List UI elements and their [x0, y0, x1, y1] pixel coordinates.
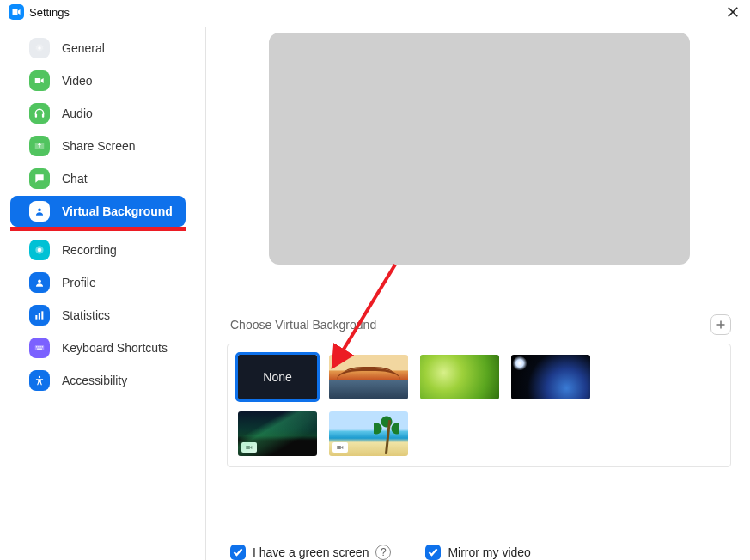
statistics-icon	[29, 305, 50, 326]
background-panel: None	[227, 344, 731, 467]
background-thumb-aurora[interactable]	[238, 411, 317, 456]
svg-rect-16	[42, 346, 43, 347]
add-background-button[interactable]	[710, 314, 731, 335]
svg-point-6	[38, 248, 42, 253]
sidebar-item-label: Recording	[62, 243, 117, 257]
svg-point-7	[38, 279, 41, 283]
svg-rect-10	[41, 311, 43, 319]
sidebar-item-accessibility[interactable]: Accessibility	[10, 365, 198, 396]
close-button[interactable]	[723, 2, 743, 22]
video-preview	[269, 33, 690, 265]
sidebar-item-label: General	[62, 41, 105, 55]
sidebar-item-virtual-background[interactable]: Virtual Background	[10, 196, 186, 227]
sidebar-item-label: Chat	[62, 172, 88, 186]
sidebar-item-statistics[interactable]: Statistics	[10, 300, 198, 331]
titlebar: Settings	[0, 0, 750, 24]
video-badge-icon	[332, 442, 348, 453]
section-title: Choose Virtual Background	[230, 318, 376, 332]
sidebar-item-label: Virtual Background	[62, 204, 173, 218]
keyboard-icon	[29, 338, 50, 358]
svg-rect-13	[38, 346, 39, 347]
sidebar-item-audio[interactable]: Audio	[10, 98, 198, 129]
sidebar-item-label: Profile	[62, 276, 96, 289]
thumb-none-label: None	[263, 370, 291, 384]
video-badge-icon	[241, 442, 257, 453]
svg-rect-17	[37, 349, 42, 350]
svg-rect-2	[42, 114, 44, 118]
virtual-background-icon	[29, 201, 50, 222]
checkbox-checked-icon	[230, 545, 246, 560]
help-icon[interactable]: ?	[375, 545, 391, 560]
svg-rect-9	[39, 313, 40, 320]
svg-rect-8	[35, 315, 37, 320]
sidebar-item-label: Statistics	[62, 308, 110, 322]
sidebar-item-share-screen[interactable]: Share Screen	[10, 131, 198, 161]
video-icon	[29, 70, 50, 91]
sidebar-item-label: Keyboard Shortcuts	[62, 341, 168, 355]
gear-icon	[29, 38, 50, 58]
accessibility-icon	[29, 370, 50, 391]
checkbox-checked-icon	[425, 545, 441, 560]
mirror-video-label: Mirror my video	[448, 545, 530, 559]
sidebar-item-chat[interactable]: Chat	[10, 163, 198, 194]
green-screen-checkbox[interactable]: I have a green screen ?	[230, 545, 391, 560]
annotation-underline	[10, 227, 186, 231]
sidebar-item-label: Video	[62, 74, 93, 88]
share-screen-icon	[29, 136, 50, 156]
sidebar-item-label: Audio	[62, 107, 93, 120]
background-thumb-grass[interactable]	[420, 355, 499, 399]
svg-rect-14	[39, 346, 40, 347]
sidebar-item-video[interactable]: Video	[10, 65, 198, 96]
content-area: Choose Virtual Background None	[206, 24, 750, 560]
sidebar-item-keyboard-shortcuts[interactable]: Keyboard Shortcuts	[10, 332, 198, 363]
svg-rect-12	[36, 346, 37, 347]
mirror-video-checkbox[interactable]: Mirror my video	[425, 545, 530, 560]
background-thumb-bridge[interactable]	[329, 355, 408, 399]
background-thumb-beach[interactable]	[329, 411, 408, 456]
window-title: Settings	[29, 6, 70, 19]
app-icon	[9, 4, 24, 20]
svg-rect-11	[35, 345, 45, 350]
svg-rect-15	[40, 346, 41, 347]
sidebar: General Video Audio Share Screen Chat	[0, 24, 206, 560]
sidebar-item-recording[interactable]: Recording	[10, 234, 198, 265]
background-thumb-earth[interactable]	[511, 355, 590, 399]
svg-rect-1	[35, 114, 37, 118]
sidebar-item-label: Share Screen	[62, 139, 136, 153]
chat-icon	[29, 168, 50, 189]
green-screen-label: I have a green screen	[253, 545, 369, 559]
sidebar-item-label: Accessibility	[62, 374, 127, 387]
sidebar-item-profile[interactable]: Profile	[10, 267, 198, 298]
headphones-icon	[29, 103, 50, 124]
svg-point-18	[39, 376, 40, 378]
recording-icon	[29, 240, 50, 260]
svg-point-4	[38, 208, 41, 211]
profile-icon	[29, 272, 50, 293]
sidebar-item-general[interactable]: General	[10, 33, 198, 64]
background-thumb-none[interactable]: None	[238, 355, 317, 399]
